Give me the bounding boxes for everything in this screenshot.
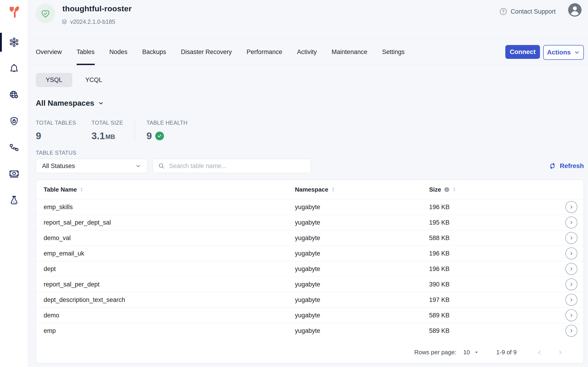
rows-per-page-select[interactable]: 10 xyxy=(463,349,479,356)
stat-total-tables: TOTAL TABLES 9 xyxy=(36,120,92,141)
tab-tables[interactable]: Tables xyxy=(77,39,95,65)
table-row[interactable]: emp yugabyte 589 KB xyxy=(36,323,584,338)
cell-size: 196 KB xyxy=(429,250,450,257)
sort-icon xyxy=(452,187,456,192)
tab-disaster-recovery[interactable]: Disaster Recovery xyxy=(181,39,232,65)
tables-card: Table Name Namespace Size xyxy=(36,180,584,364)
chevron-right-icon xyxy=(569,297,574,303)
sidebar-item-alerts[interactable] xyxy=(0,63,28,74)
table-row[interactable]: demo_val yugabyte 588 KB xyxy=(36,230,584,246)
row-expand-button[interactable] xyxy=(565,278,577,290)
cluster-tabbar: Overview Tables Nodes Backups Disaster R… xyxy=(28,39,588,65)
table-row[interactable]: emp_email_uk yugabyte 196 KB xyxy=(36,246,584,261)
contact-support-link[interactable]: Contact Support xyxy=(499,0,556,23)
tab-performance[interactable]: Performance xyxy=(247,39,282,65)
table-row[interactable]: dept yugabyte 196 KB xyxy=(36,261,584,277)
search-icon xyxy=(158,162,165,169)
tab-overview[interactable]: Overview xyxy=(36,39,62,65)
toggle-ycql[interactable]: YCQL xyxy=(76,73,112,87)
user-avatar[interactable] xyxy=(568,3,581,17)
table-row[interactable]: emp_skills yugabyte 196 KB xyxy=(36,200,584,215)
sort-icon xyxy=(80,187,84,192)
stat-label: TABLE HEALTH xyxy=(146,120,187,126)
pagination-next-button[interactable] xyxy=(557,349,564,356)
chevron-right-icon xyxy=(569,282,574,287)
table-row[interactable]: report_sal_per_dept yugabyte 390 KB xyxy=(36,277,584,292)
cell-table-name: emp_email_uk xyxy=(44,250,84,257)
layers-icon xyxy=(61,19,68,25)
actions-dropdown-button[interactable]: Actions xyxy=(543,45,584,60)
cell-table-name: emp_skills xyxy=(44,204,73,211)
tab-activity[interactable]: Activity xyxy=(297,39,317,65)
table-row[interactable]: report_sal_per_dept_sal yugabyte 195 KB xyxy=(36,215,584,230)
yugabyte-logo[interactable] xyxy=(8,5,20,18)
stat-total-size: TOTAL SIZE 3.1 MB xyxy=(92,120,123,141)
cell-size: 588 KB xyxy=(429,234,450,242)
column-header-size[interactable]: Size xyxy=(429,180,456,199)
column-header-namespace[interactable]: Namespace xyxy=(295,180,335,199)
sidebar-item-clusters[interactable] xyxy=(0,37,28,48)
row-expand-button[interactable] xyxy=(565,263,577,275)
column-label: Size xyxy=(429,186,441,193)
chevron-down-icon xyxy=(98,100,104,106)
triangle-down-icon xyxy=(474,350,479,355)
connect-button[interactable]: Connect xyxy=(505,45,540,59)
chevron-right-icon xyxy=(569,220,574,225)
status-select[interactable]: All Statuses xyxy=(36,159,147,173)
toggle-ysql[interactable]: YSQL xyxy=(36,73,72,87)
cell-namespace: yugabyte xyxy=(295,204,320,211)
cell-size: 196 KB xyxy=(429,266,450,273)
tab-nodes[interactable]: Nodes xyxy=(110,39,128,65)
contact-support-label: Contact Support xyxy=(511,8,556,15)
row-expand-button[interactable] xyxy=(565,294,577,306)
tab-settings[interactable]: Settings xyxy=(382,39,405,65)
cell-namespace: yugabyte xyxy=(295,296,320,303)
row-expand-button[interactable] xyxy=(565,201,577,213)
sidebar-item-security[interactable] xyxy=(0,116,28,126)
refresh-button[interactable]: Refresh xyxy=(549,159,584,173)
info-icon xyxy=(444,187,450,192)
tab-maintenance[interactable]: Maintenance xyxy=(332,39,367,65)
chevron-right-icon xyxy=(569,204,574,210)
sidebar-item-cloud-config[interactable] xyxy=(0,90,28,100)
stat-unit: MB xyxy=(105,134,115,141)
column-label: Namespace xyxy=(295,186,328,193)
pagination-prev-button[interactable] xyxy=(536,349,543,356)
heart-check-icon xyxy=(40,8,51,19)
row-expand-button[interactable] xyxy=(565,325,577,337)
sidebar-item-automation[interactable] xyxy=(0,142,28,153)
stat-table-health: TABLE HEALTH 9 xyxy=(146,120,187,141)
chevron-right-icon xyxy=(569,266,574,272)
cell-namespace: yugabyte xyxy=(295,327,320,334)
rows-per-page-value: 10 xyxy=(463,349,470,356)
cloud-config-globe-gear-icon xyxy=(9,90,19,100)
cell-size: 589 KB xyxy=(429,327,450,334)
table-row[interactable]: demo yugabyte 589 KB xyxy=(36,308,584,323)
search-input[interactable] xyxy=(169,162,306,170)
table-header-row: Table Name Namespace Size xyxy=(36,180,584,200)
stat-label: TOTAL TABLES xyxy=(36,120,92,126)
sidebar-item-billing[interactable] xyxy=(0,168,28,179)
namespace-filter[interactable]: All Namespaces xyxy=(36,99,104,108)
row-expand-button[interactable] xyxy=(565,247,577,259)
column-label: Table Name xyxy=(44,186,77,193)
row-expand-button[interactable] xyxy=(565,217,577,228)
stat-label: TOTAL SIZE xyxy=(92,120,123,126)
row-expand-button[interactable] xyxy=(565,232,577,244)
namespace-filter-label: All Namespaces xyxy=(36,99,94,108)
table-stats: TOTAL TABLES 9 TOTAL SIZE 3.1 MB TABLE H… xyxy=(36,120,187,141)
table-row[interactable]: dept_description_text_search yugabyte 19… xyxy=(36,292,584,308)
cell-table-name: report_sal_per_dept_sal xyxy=(44,219,111,226)
sidebar-item-labs[interactable] xyxy=(0,195,28,205)
refresh-icon xyxy=(549,162,556,170)
version-row: v2024.2.1.0-b185 xyxy=(61,18,115,25)
alerts-bell-icon xyxy=(9,63,19,74)
column-header-table-name[interactable]: Table Name xyxy=(44,180,84,199)
tab-backups[interactable]: Backups xyxy=(142,39,166,65)
user-avatar-icon xyxy=(568,3,581,17)
row-expand-button[interactable] xyxy=(565,309,577,321)
rows-per-page-label: Rows per page: xyxy=(414,349,456,356)
cell-size: 195 KB xyxy=(429,219,450,226)
chevron-right-icon xyxy=(569,251,574,256)
cell-namespace: yugabyte xyxy=(295,234,320,242)
